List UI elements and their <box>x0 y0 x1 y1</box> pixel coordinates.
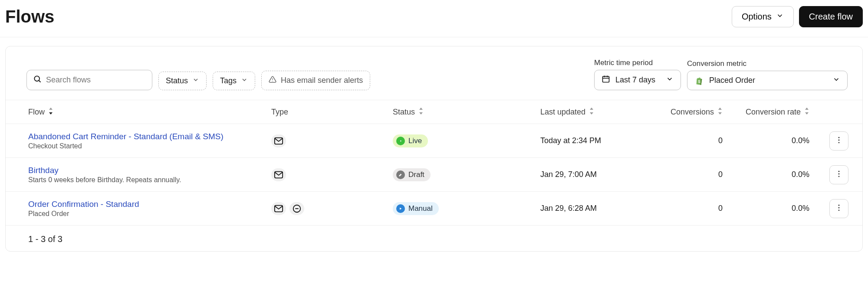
col-status[interactable]: Status <box>393 108 540 117</box>
svg-marker-9 <box>49 108 53 110</box>
status-filter-label: Status <box>166 76 188 85</box>
sender-alerts-filter[interactable]: Has email sender alerts <box>261 71 370 90</box>
chevron-down-icon <box>832 75 840 85</box>
flow-subtitle: Placed Order <box>28 210 271 218</box>
table-row: Order Confirmation - StandardPlaced Orde… <box>6 192 862 226</box>
chevron-down-icon <box>666 75 674 85</box>
options-label: Options <box>742 12 772 22</box>
col-last-updated[interactable]: Last updated <box>540 108 653 117</box>
metric-time-period-value: Last 7 days <box>615 75 655 85</box>
col-status-label: Status <box>393 108 415 117</box>
flows-table: Flow Type Status Last updated <box>6 100 862 226</box>
last-updated: Jan 29, 6:28 AM <box>540 204 653 213</box>
conversion-metric-select[interactable]: S Placed Order <box>687 71 848 90</box>
filter-row: Status Tags Has email sender alerts Metr… <box>6 52 862 100</box>
create-flow-label: Create flow <box>809 12 853 22</box>
sort-icon <box>804 108 809 117</box>
status-dot-icon <box>396 137 405 145</box>
svg-marker-13 <box>590 108 593 110</box>
status-text: Live <box>408 137 422 145</box>
last-updated: Jan 29, 7:00 AM <box>540 170 653 179</box>
conversion-metric-value: Placed Order <box>709 76 755 85</box>
flow-name-link[interactable]: Order Confirmation - Standard <box>28 200 271 209</box>
conversion-rate-value: 0.0% <box>723 136 809 145</box>
email-icon <box>271 168 286 181</box>
svg-marker-17 <box>805 108 809 110</box>
col-flow[interactable]: Flow <box>28 108 271 117</box>
status-badge: Manual <box>393 202 439 215</box>
metric-time-period-label: Metric time period <box>594 59 681 67</box>
status-text: Manual <box>408 204 433 213</box>
sort-icon <box>48 108 53 117</box>
status-badge: Draft <box>393 168 431 181</box>
more-vertical-icon <box>835 203 843 213</box>
svg-line-1 <box>39 81 41 82</box>
create-flow-button[interactable]: Create flow <box>799 6 863 27</box>
header-actions: Options Create flow <box>732 6 863 27</box>
flow-name-link[interactable]: Birthday <box>28 166 271 175</box>
svg-rect-4 <box>603 76 609 82</box>
col-flow-label: Flow <box>28 108 45 117</box>
chevron-down-icon <box>192 76 199 85</box>
page-header: Flows Options Create flow <box>0 0 868 37</box>
status-badge: Live <box>393 134 428 147</box>
svg-marker-16 <box>718 112 722 115</box>
row-actions-button[interactable] <box>829 165 848 184</box>
row-actions-button[interactable] <box>829 131 848 151</box>
status-text: Draft <box>408 170 424 179</box>
metric-time-period-group: Metric time period Last 7 days <box>594 59 681 90</box>
conversion-rate-value: 0.0% <box>723 170 809 179</box>
status-dot-icon <box>396 170 405 179</box>
conversion-metric-group: Conversion metric S Placed Order <box>687 59 848 90</box>
svg-marker-15 <box>718 108 722 110</box>
chevron-down-icon <box>776 12 784 22</box>
tags-filter[interactable]: Tags <box>213 72 255 90</box>
calendar-icon <box>602 75 610 85</box>
row-actions-button[interactable] <box>829 199 848 218</box>
svg-text:S: S <box>698 79 700 83</box>
flow-subtitle: Checkout Started <box>28 142 271 150</box>
type-icons <box>271 134 393 147</box>
conversions-value: 0 <box>653 136 723 145</box>
type-icons <box>271 202 393 215</box>
col-type-label: Type <box>271 108 288 117</box>
col-last-updated-label: Last updated <box>540 108 585 117</box>
svg-point-0 <box>34 76 39 81</box>
pagination: 1 - 3 of 3 <box>6 226 862 245</box>
chevron-down-icon <box>241 76 248 85</box>
email-icon <box>271 134 286 147</box>
svg-marker-10 <box>49 112 53 115</box>
metric-time-period-select[interactable]: Last 7 days <box>594 70 681 90</box>
conversion-metric-label: Conversion metric <box>687 59 848 68</box>
tags-filter-label: Tags <box>220 76 237 85</box>
flow-name-link[interactable]: Abandoned Cart Reminder - Standard (Emai… <box>28 132 271 141</box>
type-icons <box>271 168 393 181</box>
sort-icon <box>589 108 594 117</box>
page-title: Flows <box>5 7 54 26</box>
options-button[interactable]: Options <box>732 6 794 27</box>
search-input[interactable] <box>46 75 147 85</box>
table-header: Flow Type Status Last updated <box>6 100 862 124</box>
conversions-value: 0 <box>653 204 723 213</box>
email-icon <box>271 202 286 215</box>
conversion-rate-value: 0.0% <box>723 204 809 213</box>
sms-icon <box>289 202 304 215</box>
col-conversions-label: Conversions <box>671 108 714 117</box>
svg-marker-12 <box>419 112 423 115</box>
col-conversions[interactable]: Conversions <box>653 108 723 117</box>
col-conversion-rate[interactable]: Conversion rate <box>723 108 809 117</box>
svg-marker-18 <box>805 112 809 115</box>
svg-point-3 <box>272 81 273 82</box>
sender-alerts-label: Has email sender alerts <box>281 76 363 85</box>
alert-triangle-icon <box>269 75 276 85</box>
more-vertical-icon <box>835 170 843 180</box>
status-dot-icon <box>396 204 405 213</box>
last-updated: Today at 2:34 PM <box>540 136 653 145</box>
status-filter[interactable]: Status <box>158 72 207 90</box>
search-flows[interactable] <box>26 70 152 90</box>
conversions-value: 0 <box>653 170 723 179</box>
search-icon <box>33 75 42 85</box>
more-vertical-icon <box>835 136 843 146</box>
shopify-icon: S <box>694 76 704 85</box>
sort-icon <box>717 108 723 117</box>
